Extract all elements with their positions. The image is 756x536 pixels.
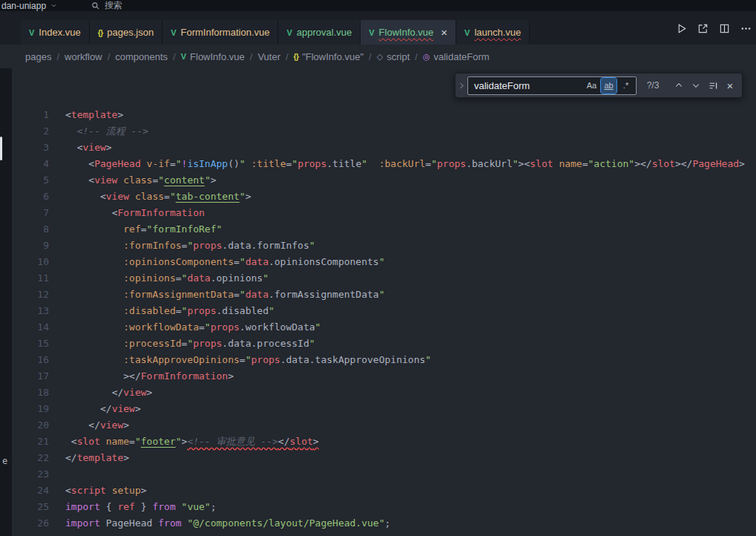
code-line-21[interactable]: 21 <slot name="footer"><!-- 审批意见 --></sl…	[12, 434, 756, 450]
search-label: 搜索	[105, 0, 122, 11]
line-number: 26	[12, 515, 49, 532]
code-line-25[interactable]: 25import { ref } from "vue";	[12, 499, 756, 515]
code-text: :opinionsComponents="data.opinionsCompon…	[65, 254, 385, 270]
line-number: 7	[12, 205, 49, 221]
breadcrumb-separator: /	[250, 51, 253, 62]
breadcrumb-item-script[interactable]: ◇script	[377, 51, 410, 62]
search-box[interactable]: 搜索	[91, 0, 122, 11]
whole-word-button[interactable]: ab	[601, 78, 617, 94]
code-line-1[interactable]: 1<template>	[12, 107, 756, 123]
match-case-button[interactable]: Aa	[584, 78, 599, 94]
code-line-20[interactable]: 20 </view>	[12, 417, 756, 434]
code-line-19[interactable]: 19 </view>	[12, 401, 756, 417]
tab-label: approval.vue	[297, 27, 352, 38]
breadcrumb-label: script	[387, 51, 410, 62]
code-line-17[interactable]: 17 ></FormInformation>	[12, 368, 756, 385]
breadcrumb-separator: /	[415, 51, 418, 62]
breadcrumb-item-FlowInfo.vue[interactable]: {}"FlowInfo.vue"	[294, 51, 364, 62]
code-line-4[interactable]: 4 <PageHead v-if="!isInApp()" :title="pr…	[12, 156, 756, 172]
next-match-icon[interactable]	[688, 78, 703, 93]
code-line-10[interactable]: 10 :opinionsComponents="data.opinionsCom…	[12, 254, 756, 270]
toggle-replace-icon[interactable]	[456, 73, 467, 97]
code-line-6[interactable]: 6 <view class="tab-content">	[12, 189, 756, 205]
close-icon[interactable]: ×	[723, 78, 737, 93]
line-number: 24	[12, 483, 49, 499]
tab-approval.vue[interactable]: Vapproval.vue	[278, 20, 361, 45]
line-number: 11	[12, 270, 49, 287]
code-line-2[interactable]: 2 <!-- 流程 -->	[12, 123, 756, 140]
line-number: 9	[12, 238, 49, 254]
breadcrumb-label: Vuter	[257, 51, 280, 62]
code-line-7[interactable]: 7 <FormInformation	[12, 205, 756, 221]
stray-fragment: e	[2, 456, 7, 466]
breadcrumb-separator: /	[286, 51, 289, 62]
open-preview-icon[interactable]	[695, 21, 710, 36]
code-text: </template>	[65, 450, 129, 466]
line-number: 12	[12, 287, 49, 303]
split-editor-icon[interactable]	[717, 21, 732, 36]
regex-button[interactable]: .*	[618, 78, 634, 94]
breadcrumb-item-components[interactable]: components	[115, 51, 168, 62]
line-number: 19	[12, 401, 49, 417]
editor-pane: e validateForm Aa ab .* ?/3 ×	[0, 68, 756, 536]
title-bar: dan-uniapp 搜索	[0, 0, 756, 11]
code-text: import { ref } from "vue";	[65, 499, 217, 515]
previous-match-icon[interactable]	[671, 78, 686, 93]
breadcrumb-item-workflow[interactable]: workflow	[65, 51, 102, 62]
tab-pages.json[interactable]: {}pages.json	[90, 20, 162, 45]
line-number: 4	[12, 156, 49, 172]
line-number: 25	[12, 499, 49, 515]
code-area[interactable]: 1<template>2 <!-- 流程 -->3 <view>4 <PageH…	[12, 68, 756, 536]
code-text: :workflowData="props.workflowData"	[65, 319, 321, 336]
project-name[interactable]: dan-uniapp	[1, 1, 46, 11]
breadcrumb-separator: /	[56, 51, 59, 62]
line-number: 23	[12, 466, 49, 483]
code-text: <view class="tab-content">	[65, 189, 251, 205]
code-line-11[interactable]: 11 :opinions="data.opinions"	[12, 270, 756, 287]
run-icon[interactable]	[674, 21, 688, 36]
code-line-9[interactable]: 9 :formInfos="props.data.formInfos"	[12, 238, 756, 254]
more-actions-icon[interactable]	[738, 21, 753, 36]
breadcrumb-item-pages[interactable]: pages	[25, 51, 51, 62]
code-line-5[interactable]: 5 <view class="content">	[12, 172, 756, 189]
code-line-23[interactable]: 23	[12, 466, 756, 483]
code-text: <template>	[65, 107, 123, 123]
code-line-13[interactable]: 13 :disabled="props.disabled"	[12, 303, 756, 319]
code-line-22[interactable]: 22</template>	[12, 450, 756, 466]
tab-launch.vue[interactable]: Vlaunch.vue	[456, 20, 530, 45]
code-line-12[interactable]: 12 :formAssignmentData="data.formAssignm…	[12, 287, 756, 303]
find-in-selection-icon[interactable]	[706, 78, 720, 93]
code-line-15[interactable]: 15 :processId="props.data.processId"	[12, 336, 756, 352]
chevron-down-icon[interactable]	[50, 2, 57, 9]
code-line-14[interactable]: 14 :workflowData="props.workflowData"	[12, 319, 756, 336]
vue-file-icon: V	[369, 28, 374, 37]
find-input[interactable]: validateForm Aa ab .*	[467, 76, 637, 95]
breadcrumb-label: validateForm	[433, 51, 489, 62]
breadcrumb-label: FlowInfo.vue	[190, 51, 245, 62]
breadcrumb-item-validateForm[interactable]: ◎validateForm	[423, 51, 490, 62]
tab-bar-tabs: VIndex.vue{}pages.jsonVFormInformation.v…	[21, 20, 530, 45]
close-icon[interactable]: ×	[441, 27, 447, 38]
tab-label: Index.vue	[39, 27, 80, 38]
code-line-16[interactable]: 16 :taskApproveOpinions="props.data.task…	[12, 352, 756, 368]
tab-FormInformation.vue[interactable]: VFormInformation.vue	[162, 20, 278, 45]
line-number: 18	[12, 385, 49, 401]
line-number: 5	[12, 172, 49, 189]
breadcrumb-item-FlowInfo.vue[interactable]: VFlowInfo.vue	[181, 51, 245, 62]
line-number: 10	[12, 254, 49, 270]
find-query-text[interactable]: validateForm	[474, 80, 582, 91]
code-line-3[interactable]: 3 <view>	[12, 140, 756, 156]
code-text: </view>	[65, 401, 141, 417]
breadcrumb-item-Vuter[interactable]: Vuter	[257, 51, 280, 62]
code-line-24[interactable]: 24<script setup>	[12, 483, 756, 499]
code-line-26[interactable]: 26import PageHead from "@/components/lay…	[12, 515, 756, 532]
code-text: </view>	[65, 385, 152, 401]
tab-FlowInfo.vue[interactable]: VFlowInfo.vue×	[361, 20, 456, 45]
breadcrumb-label: "FlowInfo.vue"	[302, 51, 364, 62]
code-line-18[interactable]: 18 </view>	[12, 385, 756, 401]
tab-Index.vue[interactable]: VIndex.vue	[21, 20, 90, 45]
breadcrumb-separator: /	[108, 51, 111, 62]
code-text: <script setup>	[65, 483, 147, 499]
line-number: 1	[12, 107, 49, 123]
code-line-8[interactable]: 8 ref="formInfoRef"	[12, 221, 756, 238]
